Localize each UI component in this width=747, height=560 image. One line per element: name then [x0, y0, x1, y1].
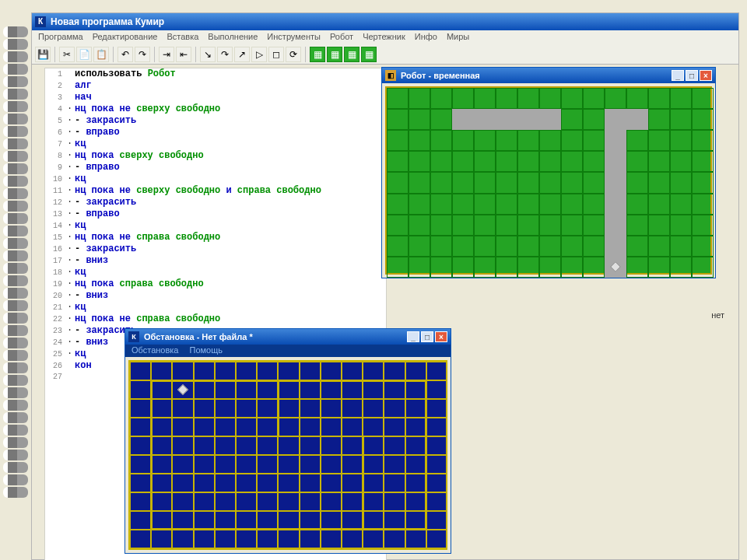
grid-cell[interactable]: [539, 236, 561, 257]
grid-cell[interactable]: [670, 109, 692, 130]
grid-cell[interactable]: [517, 130, 539, 151]
grid-cell[interactable]: [342, 362, 363, 380]
grid-cell[interactable]: [405, 362, 426, 380]
grid-cell[interactable]: [583, 88, 605, 109]
grid-cell[interactable]: [561, 194, 583, 215]
grid-cell[interactable]: [130, 380, 151, 399]
grid-cell[interactable]: [626, 194, 648, 215]
grid-cell[interactable]: [692, 130, 714, 151]
environment-window[interactable]: К Обстановка - Нет файла * _ □ × Обстано…: [124, 328, 451, 554]
grid-cell[interactable]: [426, 362, 447, 380]
environment-field[interactable]: [128, 360, 447, 550]
grid-cell[interactable]: [539, 194, 561, 215]
grid-cell[interactable]: [648, 215, 670, 236]
code-line[interactable]: 14·кц: [45, 220, 386, 232]
grid-cell[interactable]: [539, 130, 561, 151]
grid-cell[interactable]: [561, 257, 583, 278]
grid-cell[interactable]: [561, 109, 583, 130]
code-line[interactable]: 9·- вправо: [45, 162, 386, 173]
step-out-icon[interactable]: ↗: [234, 47, 250, 62]
grid-cell[interactable]: [257, 530, 278, 548]
grid-cell[interactable]: [496, 215, 517, 236]
run-to-icon[interactable]: ▷: [251, 47, 267, 62]
grid-cell[interactable]: [496, 130, 517, 151]
grid-cell[interactable]: [409, 257, 430, 278]
grid-cell[interactable]: [474, 257, 496, 278]
grid-cell[interactable]: [215, 362, 236, 380]
grid-cell[interactable]: [452, 88, 474, 109]
grid-cell[interactable]: [409, 130, 430, 151]
cut-icon[interactable]: ✂: [59, 47, 75, 62]
grid-cell[interactable]: [430, 236, 452, 257]
grid-cell[interactable]: [426, 530, 447, 548]
grid-cell[interactable]: [130, 511, 151, 530]
code-line[interactable]: 13·- вправо: [45, 208, 386, 220]
grid-cell[interactable]: [426, 399, 447, 418]
grid3-icon[interactable]: ▦: [344, 47, 359, 62]
grid-cell[interactable]: [172, 362, 193, 380]
grid-cell[interactable]: [539, 151, 561, 172]
code-line[interactable]: 12·- закрасить: [45, 197, 386, 208]
grid-cell[interactable]: [474, 88, 496, 109]
grid-cell[interactable]: [670, 215, 692, 236]
grid-cell[interactable]: [130, 436, 151, 455]
grid-cell[interactable]: [387, 151, 409, 172]
menu-item[interactable]: Программа: [38, 32, 83, 43]
grid-cell[interactable]: [409, 109, 430, 130]
menu-item[interactable]: Инфо: [415, 32, 437, 43]
grid-cell[interactable]: [670, 194, 692, 215]
grid-cell[interactable]: [583, 109, 605, 130]
step-over-icon[interactable]: ↷: [217, 47, 233, 62]
grid-cell[interactable]: [539, 88, 561, 109]
submenu-item[interactable]: Обстановка: [132, 345, 178, 356]
grid-cell[interactable]: [583, 172, 605, 193]
grid-cell[interactable]: [300, 530, 321, 548]
grid-cell[interactable]: [496, 236, 517, 257]
inc-indent-icon[interactable]: ⇥: [159, 47, 174, 62]
grid-cell[interactable]: [670, 88, 692, 109]
grid-cell[interactable]: [583, 151, 605, 172]
maximize-button[interactable]: □: [421, 331, 433, 342]
code-line[interactable]: 4·нц пока не сверху свободно: [45, 103, 386, 115]
grid-cell[interactable]: [278, 362, 299, 380]
environment-titlebar[interactable]: К Обстановка - Нет файла * _ □ ×: [125, 329, 451, 345]
grid-cell[interactable]: [692, 194, 714, 215]
grid-cell[interactable]: [670, 172, 692, 193]
paste-icon[interactable]: 📋: [93, 47, 109, 62]
minimize-button[interactable]: _: [672, 70, 684, 81]
grid-cell[interactable]: [692, 109, 714, 130]
grid-cell[interactable]: [496, 172, 517, 193]
code-line[interactable]: 16·- закрасить: [45, 243, 386, 255]
grid-cell[interactable]: [648, 151, 670, 172]
code-line[interactable]: 21·кц: [45, 302, 386, 313]
code-line[interactable]: 1использовать Робот: [45, 68, 386, 80]
grid-cell[interactable]: [692, 88, 714, 109]
code-line[interactable]: 17·- вниз: [45, 255, 386, 267]
grid-cell[interactable]: [474, 236, 496, 257]
grid-cell[interactable]: [194, 362, 215, 380]
grid-cell[interactable]: [409, 151, 430, 172]
grid-cell[interactable]: [430, 215, 452, 236]
grid-cell[interactable]: [384, 530, 405, 548]
grid-cell[interactable]: [363, 362, 384, 380]
grid-cell[interactable]: [321, 530, 342, 548]
code-line[interactable]: 3нач: [45, 92, 386, 103]
grid4-icon[interactable]: ▦: [361, 47, 377, 62]
grid-cell[interactable]: [539, 172, 561, 193]
grid-cell[interactable]: [452, 172, 474, 193]
grid-cell[interactable]: [409, 236, 430, 257]
grid-cell[interactable]: [300, 362, 321, 380]
grid-cell[interactable]: [452, 194, 474, 215]
grid-cell[interactable]: [648, 109, 670, 130]
minimize-button[interactable]: _: [407, 331, 419, 342]
grid-cell[interactable]: [583, 236, 605, 257]
step-into-icon[interactable]: ↘: [200, 47, 216, 62]
grid-cell[interactable]: [215, 530, 236, 548]
grid1-icon[interactable]: ▦: [310, 47, 325, 62]
grid-cell[interactable]: [626, 236, 648, 257]
grid-cell[interactable]: [583, 257, 605, 278]
grid-cell[interactable]: [452, 236, 474, 257]
grid-cell[interactable]: [670, 151, 692, 172]
grid-cell[interactable]: [236, 530, 257, 548]
code-line[interactable]: 22·нц пока не справа свободно: [45, 313, 386, 325]
